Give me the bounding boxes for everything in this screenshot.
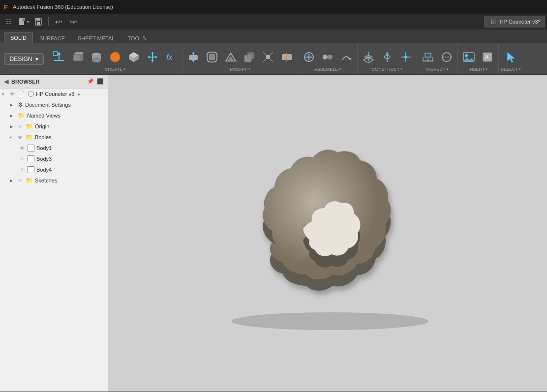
inspect-cross-section-btn[interactable]	[438, 48, 456, 66]
svg-rect-35	[266, 55, 270, 59]
undo-icon[interactable]: ↩▾	[52, 15, 65, 28]
assemble-new-component-btn[interactable]	[300, 48, 318, 66]
viewport[interactable]	[108, 75, 547, 392]
eye-body4[interactable]: 👁	[19, 167, 26, 173]
dropdown-arrow: ▾	[35, 56, 38, 62]
title-bar: F Autodesk Fusion 360 (Education License…	[0, 0, 547, 14]
eye-origin[interactable]: 👁	[17, 124, 24, 129]
eye-body1[interactable]: 👁	[19, 146, 26, 151]
design-label: DESIGN	[9, 56, 32, 62]
redo-icon[interactable]: ↪▾	[66, 15, 80, 28]
eye-body3[interactable]: 👁	[19, 156, 26, 162]
svg-rect-60	[425, 53, 431, 57]
tab-solid[interactable]: SOLID	[4, 32, 33, 43]
svg-marker-65	[463, 58, 474, 61]
svg-rect-10	[73, 54, 80, 61]
svg-marker-27	[192, 52, 195, 54]
svg-marker-24	[155, 56, 157, 59]
modify-press-pull-btn[interactable]	[184, 48, 202, 66]
select-cursor-btn[interactable]	[502, 48, 520, 66]
modify-section-btn[interactable]	[278, 48, 296, 66]
modify-combine-btn[interactable]	[241, 48, 258, 66]
expand-bodies[interactable]: ▾	[10, 135, 16, 140]
radio-root	[28, 91, 34, 97]
assemble-joint-btn[interactable]	[319, 48, 336, 66]
folder-namedviews: 📁	[18, 112, 25, 119]
design-dropdown-btn[interactable]: DESIGN ▾	[4, 53, 43, 65]
assemble-motion-btn[interactable]	[337, 48, 355, 66]
browser-header: ◀ BROWSER 📌 ⬛	[0, 75, 108, 89]
modify-fillet-btn[interactable]	[203, 48, 221, 66]
create-move-btn[interactable]	[144, 48, 161, 66]
create-cylinder-btn[interactable]	[88, 48, 105, 66]
browser-item-body1[interactable]: 👁 Body1	[0, 143, 108, 153]
browser-item-origin-label: Origin	[35, 123, 49, 129]
expand-namedviews[interactable]: ▶	[10, 114, 16, 118]
browser-pin-icon[interactable]: 📌	[87, 78, 94, 85]
browser-item-body4[interactable]: 👁 Body4	[0, 164, 108, 175]
browser-item-namedviews-label: Named Views	[27, 113, 61, 119]
fusion-logo: F	[4, 3, 8, 11]
expand-docsettings[interactable]: ▶	[10, 103, 16, 107]
svg-point-42	[328, 55, 333, 60]
app-title: Autodesk Fusion 360 (Education License)	[13, 4, 113, 10]
create-fx-btn[interactable]: fx	[162, 48, 180, 66]
create-box-btn[interactable]	[125, 48, 143, 66]
inspect-measure-btn[interactable]	[419, 48, 437, 66]
eye-sketches[interactable]: 👁	[17, 178, 24, 183]
browser-item-sketches-label: Sketches	[35, 178, 57, 183]
svg-rect-4	[36, 18, 40, 21]
tab-tools[interactable]: TOOLS	[121, 32, 152, 43]
browser-item-origin[interactable]: ▶ 👁 📁 Origin	[0, 121, 108, 132]
create-solid-btn[interactable]	[69, 48, 87, 66]
inspect-label: INSPECT ▾	[426, 67, 448, 73]
insert-group: A INSERT ▾	[458, 44, 499, 74]
modify-scale-btn[interactable]	[259, 48, 277, 66]
file-menu-icon[interactable]: ▾	[17, 15, 30, 28]
design-group: DESIGN ▾	[2, 44, 46, 74]
expand-sketches[interactable]: ▶	[10, 179, 16, 183]
body1-icon	[28, 145, 34, 151]
tab-surface[interactable]: SURFACE	[33, 32, 71, 43]
svg-rect-5	[37, 22, 40, 25]
browser-item-root[interactable]: ▾ 👁 📄 HP Couneter v3 ●	[0, 89, 108, 99]
create-sphere-btn[interactable]	[106, 48, 124, 66]
svg-marker-22	[151, 60, 154, 62]
construct-axis-btn[interactable]	[378, 48, 396, 66]
expand-origin[interactable]: ▶	[10, 124, 16, 129]
browser-item-body1-label: Body1	[36, 145, 52, 151]
svg-marker-68	[507, 52, 515, 62]
browser-item-docsettings[interactable]: ▶ ⚙ Document Settings	[0, 99, 108, 110]
expand-root[interactable]: ▾	[2, 92, 8, 96]
browser-item-namedviews[interactable]: ▶ 📁 Named Views	[0, 110, 108, 121]
create-sketch-btn[interactable]	[50, 48, 68, 66]
insert-decal-btn[interactable]: A	[479, 48, 496, 66]
select-label: SELECT ▾	[501, 67, 521, 73]
svg-rect-12	[80, 54, 83, 61]
construct-point-btn[interactable]	[397, 48, 415, 66]
select-group: SELECT ▾	[499, 44, 523, 74]
eye-root[interactable]: 👁	[9, 91, 16, 97]
folder-bodies: 📁	[26, 134, 33, 141]
browser-item-sketches[interactable]: ▶ 👁 📁 Sketches	[0, 175, 108, 186]
folder-origin: 📁	[26, 123, 33, 130]
browser-item-body3-label: Body3	[36, 156, 52, 162]
body3-icon	[28, 155, 34, 162]
browser-expand-icon[interactable]: ⬛	[97, 78, 104, 85]
eye-cam[interactable]: ●	[77, 91, 80, 97]
svg-point-51	[404, 56, 407, 59]
save-icon[interactable]	[31, 15, 45, 28]
tab-sheet-metal[interactable]: SHEET METAL	[71, 32, 121, 43]
browser-panel: ◀ BROWSER 📌 ⬛ ▾ 👁 📄 HP Couneter v3 ● ▶ ⚙…	[0, 75, 108, 392]
browser-back-icon[interactable]: ◀	[4, 78, 8, 85]
construct-label: CONSTRUCT ▾	[372, 67, 403, 73]
browser-item-bodies[interactable]: ▾ 👁 📁 Bodies	[0, 132, 108, 143]
construct-plane-btn[interactable]	[360, 48, 377, 66]
grid-menu-icon[interactable]: ☷	[2, 15, 16, 28]
modify-shell-btn[interactable]	[222, 48, 240, 66]
insert-image-btn[interactable]	[460, 48, 478, 66]
tools-row: DESIGN ▾ fx	[0, 43, 547, 75]
browser-item-body3[interactable]: 👁 Body3	[0, 153, 108, 164]
eye-bodies[interactable]: 👁	[17, 135, 24, 140]
svg-point-69	[232, 312, 428, 330]
